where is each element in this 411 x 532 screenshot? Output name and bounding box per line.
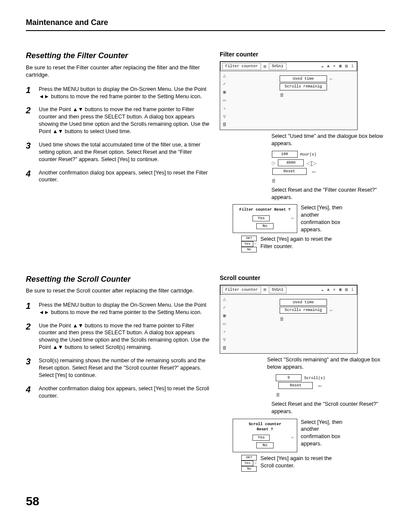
gear-icon: ▣ (223, 313, 226, 319)
trash-icon: 🗑 (280, 92, 344, 99)
step-text: Another confirmation dialog box appears,… (39, 385, 211, 400)
chart-icon: ▦ (264, 64, 266, 70)
pointer-icon: ⇐ (318, 383, 322, 389)
lr-icon: ◁▷ (306, 159, 317, 168)
chart-icon: ▦ (264, 287, 266, 293)
caption-2: Select Reset and the "Filter counter Res… (271, 187, 385, 201)
caption-2b: Select Reset and the "Scroll counter Res… (271, 401, 385, 415)
pointer-icon: ⇐ (253, 241, 257, 247)
trash-icon: 🗑 (271, 177, 317, 184)
step-text: Used time shows the total accumulated ti… (39, 141, 211, 163)
reset-option: Reset (272, 168, 307, 175)
tool-icon: ✕ (332, 64, 337, 69)
option-scrolls: Scrolls remainig (280, 307, 327, 314)
screen2-icon: ▭ (223, 97, 226, 104)
step-number: 2 (26, 322, 33, 352)
step-number: 2 (26, 106, 33, 135)
section-filter-counter: Resetting the Filter Counter Be sure to … (26, 50, 385, 252)
confirm-dialog: Scroll counter Reset ? Yes⇐ No (233, 419, 297, 453)
menu-icon-strip: ☁ ▲ ✕ ▣ ▨ i (320, 64, 355, 69)
screen-icon: ▣ (338, 64, 343, 69)
step-number: 3 (26, 357, 33, 379)
menu-label: Filter counter (222, 63, 261, 70)
no-button: No (241, 466, 257, 472)
pointer-icon: ⇐ (330, 76, 333, 83)
step-text: Scroll(s) remaining shows the number of … (39, 357, 211, 379)
caption-1: Select "Used time" and the dialogue box … (271, 133, 385, 147)
wand-icon: ✧ (223, 329, 226, 335)
no-button: No (256, 223, 274, 229)
osd-menu-bar: Filter counter ▦ SVGA1 ☁ ▲ ✕ ▣ ▨ i (220, 285, 357, 295)
osd-title-b: Scroll counter (220, 274, 385, 282)
side-icons: △ ✓ ▣ ▭ ✧ ▽ 🗑 (220, 71, 229, 130)
section-title-b: Resetting the Scroll Counter (26, 274, 211, 284)
confirm-question: Scroll counter Reset ? (236, 422, 294, 432)
intro-b: Be sure to reset the Scroll counter afte… (26, 287, 211, 295)
side-icons: △ ✓ ▣ ▭ ✧ ▽ 🗑 (220, 295, 229, 353)
step-text: Another confirmation dialog box appears,… (39, 169, 211, 184)
hours-label: Hour(s) (300, 152, 317, 157)
pointer-icon: ⇐ (253, 460, 257, 467)
ok-label: OK? (241, 455, 257, 460)
value-400h: 400H (278, 159, 304, 166)
caption-4: Select [Yes] again to reset the Filter c… (260, 236, 338, 250)
dialog-used-time: 100Hour(s) ◷400H◁▷ Reset⇐ 🗑 (271, 151, 317, 184)
yes-button: Yes (252, 215, 270, 221)
osd-menu: Filter counter ▦ SVGA1 ☁ ▲ ✕ ▣ ▨ i △ ✓ ▣… (220, 61, 358, 130)
no-button: No (241, 247, 257, 252)
down-icon: ▽ (223, 337, 226, 343)
step-2: 2 Use the Point ▲▼ buttons to move the r… (26, 322, 211, 352)
dialog-scrolls: 9Scroll(s) Reset⇐ 🗑 (276, 374, 325, 398)
pointer-icon: ⇐ (330, 307, 333, 314)
step-text: Press the MENU button to display the On-… (39, 302, 211, 316)
osd-title-a: Filter counter (220, 50, 385, 59)
info-icon: i (350, 64, 355, 69)
cloud-icon: ☁ (320, 64, 325, 69)
confirm-dialog: Filter counter Reset ? Yes⇐ No (233, 204, 297, 233)
info-icon: i (350, 287, 355, 292)
step-text: Use the Point ▲▼ buttons to move the red… (39, 106, 211, 135)
caption-4b: Select [Yes] again to reset the Scroll c… (260, 455, 338, 470)
step-4: 4 Another confirmation dialog box appear… (26, 385, 211, 400)
caption-3: Select [Yes], then another confirmation … (301, 204, 348, 233)
section-title-a: Resetting the Filter Counter (26, 50, 211, 61)
caption-1b: Select "Scrolls remaining" and the dialo… (267, 356, 385, 371)
hatch-icon: ▨ (344, 287, 349, 292)
menu-label: Filter counter (222, 286, 261, 293)
scrolls-label: Scroll(s) (304, 376, 325, 381)
step-1: 1 Press the MENU button to display the O… (26, 86, 211, 100)
no-button: No (256, 442, 274, 448)
menu-icon-strip: ☁ ▲ ✕ ▣ ▨ i (320, 287, 355, 292)
step-4: 4 Another confirmation dialog box appear… (26, 169, 211, 184)
reset-option: Reset (278, 382, 313, 389)
cloud-icon: ☁ (320, 287, 325, 292)
yes-button: Yes (241, 460, 253, 466)
option-used-time: Used time (280, 75, 327, 82)
user-icon: ▲ (326, 287, 331, 292)
page-header: Maintenance and Care (26, 17, 385, 31)
check-icon: ✓ (223, 81, 226, 87)
signal-label: SVGA1 (269, 63, 286, 70)
yes-button: Yes (252, 435, 270, 441)
gear-icon: ▣ (223, 89, 226, 96)
step-number: 1 (26, 302, 33, 316)
tool-icon: ✕ (332, 287, 337, 292)
confirm-question: Filter counter Reset ? (236, 207, 294, 212)
up-icon: △ (223, 73, 226, 79)
section-scroll-counter: Resetting the Scroll Counter Be sure to … (26, 274, 385, 472)
trash-icon: 🗑 (222, 345, 227, 352)
step-number: 4 (26, 169, 33, 184)
caption-3b: Select [Yes], then another confirmation … (301, 419, 348, 448)
value-100: 100 (272, 151, 298, 158)
step-2: 2 Use the Point ▲▼ buttons to move the r… (26, 106, 211, 135)
value-9: 9 (276, 374, 302, 381)
option-used-time: Used time (280, 299, 327, 306)
step-number: 1 (26, 86, 33, 100)
trash-icon: 🗑 (276, 392, 325, 398)
ok-label: OK? (241, 236, 257, 241)
intro-a: Be sure to reset the Filter counter afte… (26, 64, 211, 79)
up-icon: △ (223, 296, 226, 303)
osd-menu-bar: Filter counter ▦ SVGA1 ☁ ▲ ✕ ▣ ▨ i (220, 62, 357, 71)
ok-dialog: OK? Yes⇐ No (241, 455, 257, 472)
step-3: 3 Scroll(s) remaining shows the number o… (26, 357, 211, 379)
